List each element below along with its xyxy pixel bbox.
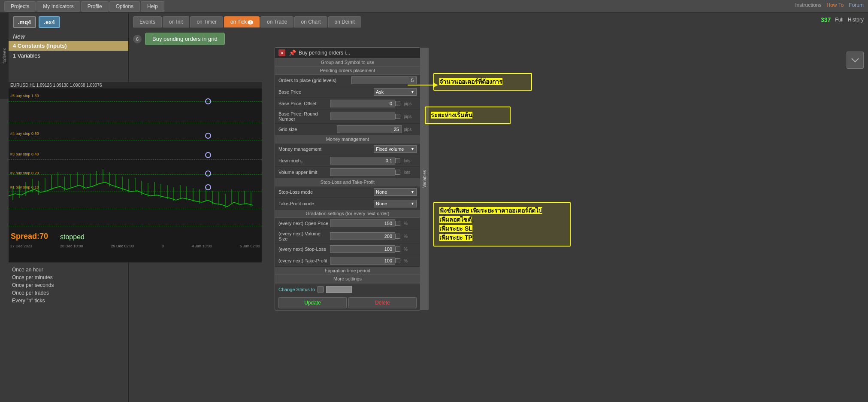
menu-help[interactable]: Help [141, 1, 164, 12]
mq4-button[interactable]: .mq4 [13, 16, 36, 28]
label-base-price: Base Price [278, 89, 374, 94]
label-every-next-tp: (every next) Take-Profit [278, 258, 330, 263]
tab-on-timer[interactable]: on Timer [190, 16, 223, 27]
top-right-icon-button[interactable] [847, 52, 864, 69]
row-take-profit-mode: Take-Profit mode None ▼ [275, 198, 420, 210]
stop-marker-5 [206, 99, 211, 104]
checkbox-tp[interactable] [395, 258, 400, 263]
buy-pending-button[interactable]: Buy pending orders in grid [145, 33, 225, 45]
on-tick-badge: 4 [248, 20, 253, 24]
row-volume-upper-limit: Volume upper limit lots [275, 167, 420, 178]
tab-on-init[interactable]: on Init [163, 16, 190, 27]
below-chart-4: Once per trades [10, 289, 128, 297]
left-sidebar: .mq4 .ex4 New 4 Constants (Inputs) 1 Var… [9, 13, 129, 402]
input-every-next-open[interactable] [330, 219, 395, 227]
tab-events[interactable]: Events [133, 16, 162, 27]
dialog-close-button[interactable]: ✕ [278, 49, 285, 56]
input-base-price-offset[interactable] [330, 100, 395, 107]
tab-on-chart[interactable]: on Chart [294, 16, 327, 27]
variables-section[interactable]: 1 Variables [9, 51, 128, 61]
checkbox-volume-size[interactable] [395, 234, 400, 239]
input-every-next-volume[interactable] [330, 232, 395, 240]
input-grid-size[interactable] [337, 125, 402, 133]
dialog-pin-button[interactable]: 📌 [289, 49, 296, 56]
link-forum[interactable]: Forum [849, 2, 864, 8]
checkbox-how-much[interactable] [395, 158, 400, 163]
time-label-2: 29 Dec 02:00 [111, 244, 134, 248]
label-base-price-round: Base Price: Round Number [278, 111, 330, 122]
dropdown-stop-loss[interactable]: None ▼ [374, 188, 417, 196]
input-orders-to-place[interactable] [351, 76, 417, 84]
time-label-5: 5 Jan 02:00 [240, 244, 260, 248]
label-take-profit-mode: Take-Profit mode [278, 201, 374, 206]
time-label-1: 28 Dec 10:00 [60, 244, 83, 248]
below-chart-2: Once per minutes [10, 274, 128, 281]
label-every-next-volume: (every next) Volume Size [278, 231, 330, 241]
checkbox-round[interactable] [395, 114, 400, 119]
checkbox-open[interactable] [395, 221, 400, 226]
time-label-4: 4 Jan 10:00 [192, 244, 212, 248]
checkbox-sl[interactable] [395, 247, 400, 252]
link-instructions[interactable]: Instructions [795, 2, 821, 8]
variables-sidebar-text: Variables [422, 170, 427, 188]
dropdown-take-profit[interactable]: None ▼ [374, 200, 417, 207]
menu-options[interactable]: Options [109, 1, 140, 12]
dialog-titlebar: ✕ 📌 Buy pending orders i... Variables [275, 48, 420, 58]
section-sl-tp: Stop-Loss and Take-Profit [275, 178, 420, 186]
stop-marker-1 [206, 185, 211, 190]
dialog-title: Buy pending orders i... [299, 50, 350, 56]
stop-marker-4 [206, 133, 211, 138]
row-stop-loss-mode: Stop-Loss mode None ▼ [275, 186, 420, 198]
below-chart-5: Every "n" ticks [10, 297, 128, 305]
checkbox-offset[interactable] [395, 101, 400, 106]
tab-on-deinit[interactable]: on Deinit [328, 16, 361, 27]
dropdown-arrow-mm: ▼ [411, 147, 414, 151]
label-every-next-sl: (every next) Stop-Loss [278, 247, 330, 252]
row-base-price: Base Price Ask ▼ [275, 86, 420, 98]
spread-label: Spread:70 [11, 232, 48, 241]
row-every-next-volume: (every next) Volume Size % [275, 229, 420, 244]
side-brand: fxdreex [0, 13, 9, 99]
tab-on-tick[interactable]: on Tick4 [224, 16, 260, 27]
annotation-distance: ระยะห่างเริ่มต้น [425, 107, 511, 124]
dialog-action-bar: Update Delete [275, 295, 420, 310]
annotation-orders-text: จำนวนออเดอร์ที่ต้องการ [439, 78, 502, 85]
status-checkbox[interactable] [318, 286, 324, 292]
annotation-special: ฟังช์นพิเศษ เพิ่มระยะราคาออเดอร์ถัดไป เพ… [433, 202, 571, 247]
history-button[interactable]: History [848, 17, 864, 23]
unit-sl: % [404, 247, 417, 252]
unit-round: pips [404, 114, 417, 119]
section-expiration: Expiration time period [275, 267, 420, 275]
dropdown-arrow-tp: ▼ [411, 201, 414, 206]
update-button[interactable]: Update [278, 297, 347, 308]
input-volume-upper-limit[interactable] [330, 168, 395, 176]
checkbox-volume[interactable] [395, 170, 400, 175]
label-base-price-offset: Base Price: Offset [278, 101, 330, 106]
constants-section[interactable]: 4 Constants (Inputs) [9, 41, 128, 51]
row-money-management: Money management Fixed volume ▼ [275, 143, 420, 155]
input-every-next-sl[interactable] [330, 245, 395, 253]
chart-container: EURUSD,H1 1.09126 1.09130 1.09068 1.0907… [9, 82, 262, 262]
link-howto[interactable]: How To [827, 2, 844, 8]
below-chart-1: Once an hour [10, 266, 128, 274]
unit-grid-size: pips [404, 127, 417, 132]
status-input[interactable] [326, 286, 352, 293]
input-how-much[interactable] [330, 157, 395, 164]
delete-button[interactable]: Delete [348, 297, 417, 308]
order-number-badge: 6 [133, 35, 142, 43]
ex4-button[interactable]: .ex4 [39, 16, 60, 28]
label-money-management: Money management [278, 146, 374, 152]
tab-on-trade[interactable]: on Trade [260, 16, 293, 27]
dialog-area: ✕ 📌 Buy pending orders i... Variables Gr… [275, 47, 420, 311]
unit-tp: % [404, 259, 417, 263]
input-every-next-tp[interactable] [330, 257, 395, 265]
chart-canvas: #5 buy stop 1.60 #4 buy stop 0.80 #3 buy… [9, 88, 262, 243]
menu-projects[interactable]: Projects [4, 1, 36, 12]
input-base-price-round[interactable] [330, 113, 395, 120]
full-button[interactable]: Full [835, 17, 843, 23]
menu-my-indicators[interactable]: My Indicators [36, 1, 80, 12]
label-stop-loss-mode: Stop-Loss mode [278, 189, 374, 195]
menu-profile[interactable]: Profile [81, 1, 109, 12]
dropdown-money-management[interactable]: Fixed volume ▼ [374, 145, 417, 153]
row-orders-to-place: Orders to place (grid levels) [275, 75, 420, 86]
